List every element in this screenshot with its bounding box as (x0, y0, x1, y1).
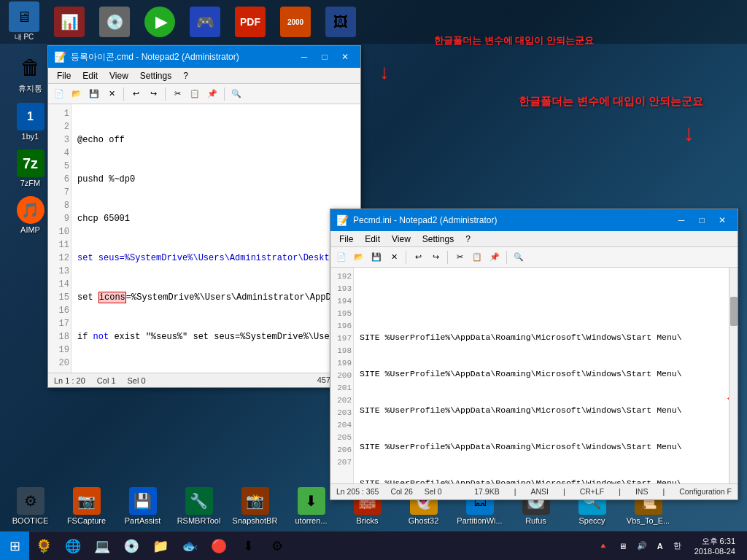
rsmbrtool-icon[interactable]: 🔧 RSMBRTool (171, 484, 226, 528)
code-content-2[interactable]: SITE %UserProfile%\AppData\Roaming\Micro… (354, 268, 738, 483)
status-eol-2: CR+LF (580, 487, 605, 496)
gpu-icon[interactable]: 🎮 (187, 7, 223, 37)
menu-view-2[interactable]: View (386, 233, 417, 246)
taskbar-clock[interactable]: 오후 6:31 2018-08-24 (689, 534, 741, 557)
snapshotbr-icon[interactable]: 📸 SnapshotBR (228, 484, 282, 528)
notepad-1-title: 등록아이콘.cmd - Notepad2 (Administrator) (71, 51, 295, 63)
notepad-2-content[interactable]: 192193194195196 197198199200201 20220320… (330, 268, 738, 483)
close-button-1[interactable]: ✕ (336, 49, 355, 65)
start-button[interactable]: ⊞ (0, 532, 29, 561)
tray-letter-a[interactable]: A (654, 540, 666, 552)
bootice-icon[interactable]: ⚙ BOOTICE (3, 484, 58, 528)
menu-view-1[interactable]: View (104, 69, 134, 82)
menu-help-1[interactable]: ? (177, 69, 194, 82)
titlebar-controls-1: ─ □ ✕ (295, 49, 355, 65)
desktop: 🖥 내 PC 📊 💿 ▶ 🎮 PDF 2000 🖼 🗑 (0, 0, 747, 560)
tb-copy-2[interactable]: 📋 (469, 249, 485, 265)
tray-arrow[interactable]: 🔺 (595, 540, 611, 552)
fscapture-icon[interactable]: 📷 FSCapture (59, 484, 114, 528)
status-ins-2: INS (635, 487, 649, 496)
tb-find-1[interactable]: 🔍 (228, 86, 244, 102)
folder-icon: 📁 (152, 537, 169, 555)
tb-copy-1[interactable]: 📋 (187, 86, 203, 102)
tb-undo-1[interactable]: ↩ (128, 86, 144, 102)
minimize-button-1[interactable]: ─ (295, 49, 314, 65)
notepad-1-toolbar: 📄 📂 💾 ✕ ↩ ↪ ✂ 📋 📌 🔍 (48, 84, 360, 104)
tray-network[interactable]: 🖥 (616, 540, 630, 552)
clock-time: 오후 6:31 (694, 536, 735, 547)
tb-cut-2[interactable]: ✂ (452, 249, 468, 265)
media-play-icon[interactable]: ▶ (142, 7, 178, 37)
tb-redo-2[interactable]: ↪ (427, 249, 444, 265)
tb-redo-1[interactable]: ↪ (145, 86, 161, 102)
tb-save-1[interactable]: 💾 (86, 86, 102, 102)
tray-volume[interactable]: 🔊 (634, 540, 650, 552)
taskbar-explorer[interactable]: 💻 (88, 532, 117, 561)
maximize-button-2[interactable]: □ (692, 212, 711, 228)
menu-file-1[interactable]: File (51, 69, 77, 82)
ie-icon: 🌐 (64, 537, 82, 555)
taskbar-red[interactable]: 🔴 (204, 532, 233, 561)
menu-file-2[interactable]: File (333, 233, 359, 246)
my-pc-icon[interactable]: 🖥 내 PC (6, 1, 42, 42)
notepad-icon: 📝 (54, 51, 66, 63)
menu-edit-1[interactable]: Edit (77, 69, 104, 82)
tb-paste-2[interactable]: 📌 (487, 249, 503, 265)
annotation-arrow-desktop: ↑ (683, 122, 694, 149)
menu-help-2[interactable]: ? (460, 233, 476, 246)
wallpaper-icon[interactable]: 🖼 (322, 7, 359, 37)
tb-cut-1[interactable]: ✂ (169, 86, 185, 102)
menu-edit-2[interactable]: Edit (359, 233, 386, 246)
red-icon: 🔴 (210, 537, 228, 555)
status-sel-2: Sel 0 (425, 487, 442, 496)
taskbar-items: 🌻 🌐 💻 💿 📁 🐟 🔴 ⬇ ⚙ (29, 532, 595, 560)
app2000-icon[interactable]: 2000 (277, 7, 314, 37)
menu-settings-2[interactable]: Settings (417, 233, 460, 246)
notepad-window-2: 📝 Pecmd.ini - Notepad2 (Administrator) ─… (330, 209, 738, 500)
tb-find-2[interactable]: 🔍 (511, 249, 527, 265)
menu-settings-1[interactable]: Settings (134, 69, 177, 82)
notepad-2-toolbar: 📄 📂 💾 ✕ ↩ ↪ ✂ 📋 📌 🔍 (330, 247, 738, 268)
minimize-button-2[interactable]: ─ (672, 212, 691, 228)
notepad-1-titlebar[interactable]: 📝 등록아이콘.cmd - Notepad2 (Administrator) ─… (48, 46, 360, 68)
taskbar-power[interactable]: ⚙ (263, 532, 292, 561)
cpuz-icon[interactable]: 📊 (51, 7, 88, 37)
notepad-2-icon: 📝 (336, 214, 349, 226)
taskbar-right: 🔺 🖥 🔊 A 한 오후 6:31 2018-08-24 (595, 534, 747, 557)
titlebar-controls-2: ─ □ ✕ (672, 212, 732, 228)
taskbar-fish[interactable]: 🐟 (175, 532, 204, 561)
scrollbar-2[interactable] (729, 268, 738, 483)
maximize-button-1[interactable]: □ (315, 49, 334, 65)
taskbar-folder[interactable]: 📁 (146, 532, 175, 561)
pdf-icon[interactable]: PDF (232, 7, 268, 37)
taskbar-ie[interactable]: 🌐 (58, 532, 88, 561)
close-button-2[interactable]: ✕ (713, 212, 732, 228)
status-ln-1: Ln 1 : 20 (54, 376, 85, 385)
annotation-label: 한글폴더는 변수에 대입이 안되는군요 (519, 95, 703, 109)
partassist-icon[interactable]: 💾 PartAssist (115, 484, 170, 528)
notepad-1-content[interactable]: 12345 678910 1112131415 1617181920 @echo… (48, 104, 360, 373)
code-content-1[interactable]: @echo off pushd %~dp0 chcp 65001 set seu… (71, 104, 360, 373)
tb-save-2[interactable]: 💾 (368, 249, 384, 265)
tb-paste-1[interactable]: 📌 (204, 86, 220, 102)
tb-close-2[interactable]: ✕ (386, 249, 402, 265)
tray-lang[interactable]: 한 (670, 539, 684, 553)
taskbar-download[interactable]: ⬇ (233, 532, 263, 561)
notepad-2-titlebar[interactable]: 📝 Pecmd.ini - Notepad2 (Administrator) ─… (330, 209, 738, 231)
tb-open-2[interactable]: 📂 (351, 249, 367, 265)
top-taskbar-icons: 🖥 내 PC 📊 💿 ▶ 🎮 PDF 2000 🖼 (0, 0, 747, 44)
tb-open-1[interactable]: 📂 (69, 86, 85, 102)
drive-icon[interactable]: 💿 (96, 7, 133, 37)
tb-close-1[interactable]: ✕ (104, 86, 120, 102)
tb-new-2[interactable]: 📄 (333, 249, 349, 265)
taskbar-flower[interactable]: 🌻 (29, 532, 58, 561)
download-icon: ⬇ (239, 537, 257, 555)
scrollbar-thumb-2[interactable] (730, 297, 738, 326)
notepad-2-statusbar: Ln 205 : 365 Col 26 Sel 0 17.9KB | ANSI … (330, 483, 738, 498)
explorer-icon: 💻 (93, 537, 111, 555)
status-extra-2: Configuration F (679, 487, 732, 496)
tb-new-1[interactable]: 📄 (51, 86, 67, 102)
windows-icon: ⊞ (9, 538, 20, 554)
tb-undo-2[interactable]: ↩ (410, 249, 426, 265)
taskbar-disc[interactable]: 💿 (117, 532, 146, 561)
